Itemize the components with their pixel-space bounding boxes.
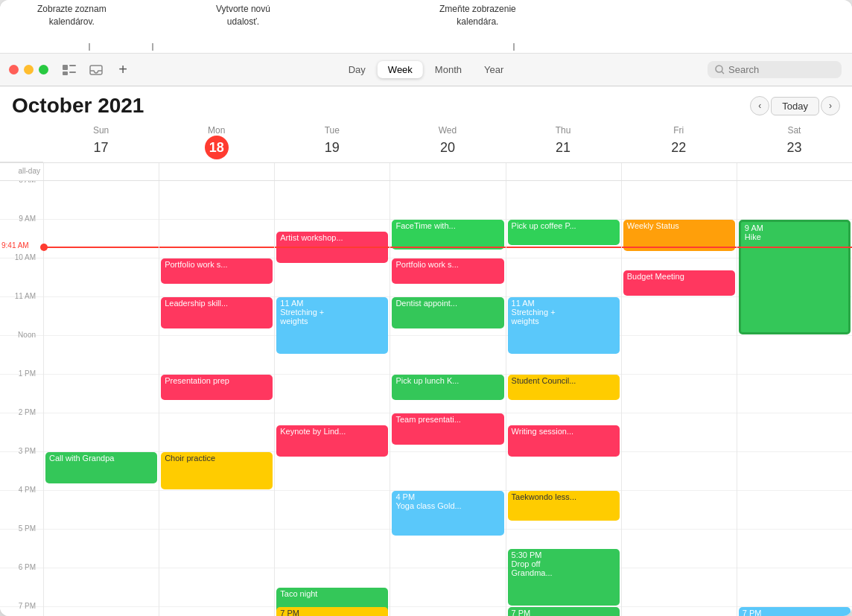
day-col-wed: FaceTime with...Portfolio work s...Denti… (390, 181, 505, 616)
day-slot (390, 568, 505, 607)
day-slot (622, 568, 737, 607)
day-slot (159, 607, 274, 616)
calendar-event[interactable]: 11 AMStretching +weights (508, 297, 620, 354)
inbox-icon[interactable] (86, 60, 106, 80)
day-slot (622, 607, 737, 616)
day-slot (159, 491, 274, 530)
calendar-event[interactable]: Presentation prep (161, 375, 273, 400)
time-label: 2 PM (19, 408, 40, 416)
day-header-1: Mon 18 (159, 122, 274, 162)
day-slot (275, 530, 390, 568)
calendar-list-icon[interactable] (59, 60, 80, 80)
day-header-0: Sun 17 (43, 122, 159, 162)
day-slot (506, 452, 621, 491)
close-button[interactable] (9, 65, 19, 74)
time-label: 5 PM (19, 524, 40, 533)
day-header-2: Tue 19 (274, 122, 390, 162)
calendar-event[interactable]: Portfolio work s... (161, 258, 273, 284)
tab-month[interactable]: Month (425, 61, 472, 78)
tab-week[interactable]: Week (378, 61, 423, 78)
month-year-title: October 2021 (12, 94, 144, 118)
time-label: 4 PM (19, 486, 40, 494)
allday-sat (737, 163, 852, 180)
calendar-event[interactable]: 9 AMHike (739, 220, 851, 334)
day-slot (737, 452, 852, 491)
day-col-fri: Weekly StatusBudget Meeting (621, 181, 737, 616)
day-slot (622, 413, 737, 452)
day-slot (622, 530, 737, 568)
calendar-event[interactable]: 7 PM (508, 607, 620, 616)
time-label: 11 AM (15, 292, 40, 300)
calendar-event[interactable]: Pick up coffee P... (508, 220, 620, 245)
day-slot (44, 220, 159, 258)
calendar-event[interactable]: Dentist appoint... (392, 297, 503, 328)
allday-mon (159, 163, 274, 180)
tab-year[interactable]: Year (474, 61, 514, 78)
day-col-mon: Portfolio work s...Leadership skill...Pr… (159, 181, 274, 616)
current-time-line (44, 247, 159, 248)
view-tabs: Day Week Month Year (338, 61, 515, 78)
day-slot (159, 413, 274, 452)
current-time-line (622, 247, 737, 248)
calendar-event[interactable]: Team presentati... (392, 413, 503, 445)
day-headers: Sun 17 Mon 18 Tue 19 Wed 20 Thu 21 Fri 2… (0, 122, 852, 163)
calendar-event[interactable]: Choir practice (161, 452, 273, 489)
annotation-2: Vytvorte novúudalosť. (216, 3, 270, 28)
day-slot (622, 336, 737, 375)
calendar-event[interactable]: 4 PMYoga class Gold... (392, 491, 503, 536)
calendar-event[interactable]: Student Council... (508, 375, 620, 400)
svg-rect-4 (69, 65, 76, 66)
calendar-event[interactable]: 7 PM (739, 607, 851, 616)
day-slot (44, 491, 159, 530)
day-slot (159, 568, 274, 607)
day-slot (44, 607, 159, 616)
calendar-event[interactable]: Writing session... (508, 425, 620, 457)
day-slot (44, 413, 159, 452)
prev-week-button[interactable]: ‹ (750, 96, 769, 115)
day-col-sat: 9 AMHike7 PM (737, 181, 852, 616)
nav-today: ‹ Today › (750, 96, 840, 115)
calendar-event[interactable]: Taekwondo less... (508, 491, 620, 521)
calendar-event[interactable]: Call with Grandpa (45, 452, 157, 483)
current-time-line (737, 247, 852, 248)
time-label: 9 AM (19, 215, 40, 223)
add-event-icon[interactable]: + (112, 60, 133, 80)
calendar-event[interactable]: Keynote by Lind... (276, 425, 388, 457)
day-slot (275, 452, 390, 491)
traffic-lights (9, 65, 48, 74)
allday-fri (621, 163, 737, 180)
calendar-event[interactable]: 11 AMStretching +weights (276, 297, 388, 354)
day-slot (44, 181, 159, 220)
calendar-event[interactable]: 7 PM (276, 607, 388, 616)
calendar-event[interactable]: FaceTime with... (392, 220, 503, 250)
day-slot (737, 491, 852, 530)
allday-wed (390, 163, 505, 180)
maximize-button[interactable] (39, 65, 48, 74)
day-slot (737, 375, 852, 413)
day-slot (506, 181, 621, 220)
day-slot (737, 413, 852, 452)
calendar-event[interactable]: Leadership skill... (161, 297, 273, 328)
current-time-line (390, 247, 505, 248)
day-slot (44, 336, 159, 375)
svg-rect-5 (63, 72, 68, 75)
calendar-grid: 8 AM9 AM10 AM11 AMNoon1 PM2 PM3 PM4 PM5 … (0, 181, 852, 616)
day-slot (275, 375, 390, 413)
calendar-event[interactable]: Portfolio work s... (392, 258, 503, 284)
tab-day[interactable]: Day (338, 61, 376, 78)
day-slot (275, 491, 390, 530)
calendar-event[interactable]: Pick up lunch K... (392, 375, 503, 400)
search-input[interactable] (728, 64, 833, 75)
today-button[interactable]: Today (771, 97, 819, 115)
day-slot (390, 181, 505, 220)
day-slot (622, 297, 737, 336)
calendar-event[interactable]: Budget Meeting (623, 270, 735, 296)
minimize-button[interactable] (24, 65, 34, 74)
day-slot (44, 375, 159, 413)
day-col-sun: Call with Grandpa (43, 181, 159, 616)
day-slot (159, 220, 274, 258)
calendar-event[interactable]: 5:30 PMDrop offGrandma... (508, 549, 620, 606)
next-week-button[interactable]: › (821, 96, 840, 115)
current-time-line (506, 247, 621, 248)
search-box[interactable] (708, 61, 842, 78)
